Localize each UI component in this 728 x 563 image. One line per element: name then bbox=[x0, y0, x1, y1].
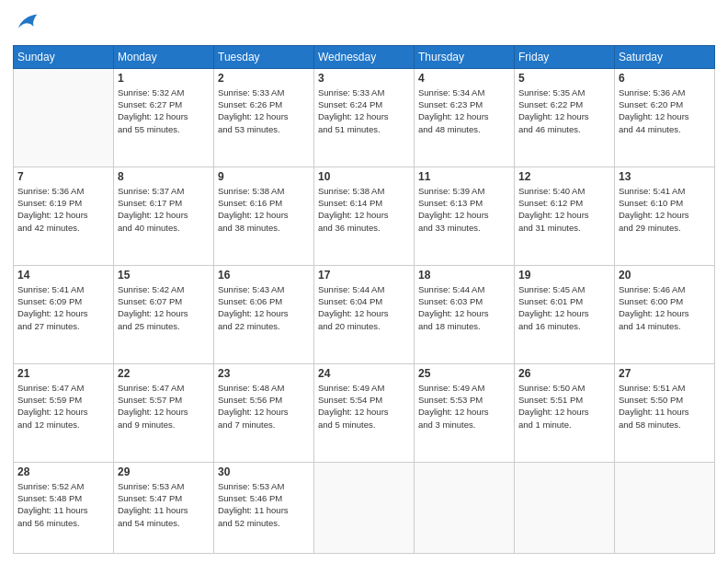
weekday-header-tuesday: Tuesday bbox=[214, 45, 314, 68]
weekday-header-saturday: Saturday bbox=[615, 45, 715, 68]
weekday-header-monday: Monday bbox=[114, 45, 214, 68]
day-info: Sunrise: 5:33 AM Sunset: 6:24 PM Dayligh… bbox=[318, 86, 410, 135]
calendar-cell: 4Sunrise: 5:34 AM Sunset: 6:23 PM Daylig… bbox=[415, 68, 515, 167]
calendar-cell: 5Sunrise: 5:35 AM Sunset: 6:22 PM Daylig… bbox=[515, 68, 615, 167]
day-number: 29 bbox=[118, 465, 210, 478]
day-info: Sunrise: 5:32 AM Sunset: 6:27 PM Dayligh… bbox=[118, 86, 210, 135]
day-number: 5 bbox=[518, 72, 610, 85]
day-number: 20 bbox=[619, 269, 711, 282]
calendar-cell: 29Sunrise: 5:53 AM Sunset: 5:47 PM Dayli… bbox=[114, 462, 214, 553]
weekday-header-sunday: Sunday bbox=[14, 45, 114, 68]
day-info: Sunrise: 5:49 AM Sunset: 5:53 PM Dayligh… bbox=[418, 382, 510, 431]
day-info: Sunrise: 5:47 AM Sunset: 5:59 PM Dayligh… bbox=[17, 382, 109, 431]
day-info: Sunrise: 5:42 AM Sunset: 6:07 PM Dayligh… bbox=[118, 283, 210, 332]
day-number: 17 bbox=[318, 269, 410, 282]
day-info: Sunrise: 5:53 AM Sunset: 5:47 PM Dayligh… bbox=[118, 480, 210, 529]
day-info: Sunrise: 5:34 AM Sunset: 6:23 PM Dayligh… bbox=[418, 86, 510, 135]
weekday-header-wednesday: Wednesday bbox=[314, 45, 415, 68]
weekday-header-thursday: Thursday bbox=[415, 45, 515, 68]
day-number: 27 bbox=[619, 367, 711, 380]
calendar-page: SundayMondayTuesdayWednesdayThursdayFrid… bbox=[0, 0, 728, 563]
day-info: Sunrise: 5:52 AM Sunset: 5:48 PM Dayligh… bbox=[17, 480, 109, 529]
calendar-cell: 13Sunrise: 5:41 AM Sunset: 6:10 PM Dayli… bbox=[615, 167, 715, 265]
calendar-cell bbox=[415, 462, 515, 553]
calendar-cell: 15Sunrise: 5:42 AM Sunset: 6:07 PM Dayli… bbox=[114, 265, 214, 363]
day-number: 18 bbox=[418, 269, 510, 282]
day-info: Sunrise: 5:49 AM Sunset: 5:54 PM Dayligh… bbox=[318, 382, 410, 431]
day-number: 30 bbox=[218, 465, 310, 478]
day-info: Sunrise: 5:41 AM Sunset: 6:10 PM Dayligh… bbox=[619, 185, 711, 234]
calendar-cell: 27Sunrise: 5:51 AM Sunset: 5:50 PM Dayli… bbox=[615, 363, 715, 462]
calendar-cell bbox=[615, 462, 715, 553]
calendar-cell: 7Sunrise: 5:36 AM Sunset: 6:19 PM Daylig… bbox=[14, 167, 114, 265]
calendar-header-row: SundayMondayTuesdayWednesdayThursdayFrid… bbox=[14, 45, 715, 68]
day-info: Sunrise: 5:44 AM Sunset: 6:03 PM Dayligh… bbox=[418, 283, 510, 332]
calendar-cell: 24Sunrise: 5:49 AM Sunset: 5:54 PM Dayli… bbox=[314, 363, 415, 462]
logo bbox=[13, 13, 40, 40]
day-info: Sunrise: 5:36 AM Sunset: 6:20 PM Dayligh… bbox=[619, 86, 711, 135]
logo-text bbox=[13, 13, 40, 40]
day-info: Sunrise: 5:33 AM Sunset: 6:26 PM Dayligh… bbox=[218, 86, 310, 135]
day-info: Sunrise: 5:35 AM Sunset: 6:22 PM Dayligh… bbox=[518, 86, 610, 135]
header bbox=[13, 9, 715, 40]
day-info: Sunrise: 5:46 AM Sunset: 6:00 PM Dayligh… bbox=[619, 283, 711, 332]
day-info: Sunrise: 5:37 AM Sunset: 6:17 PM Dayligh… bbox=[118, 185, 210, 234]
calendar-table: SundayMondayTuesdayWednesdayThursdayFrid… bbox=[13, 45, 715, 554]
day-info: Sunrise: 5:40 AM Sunset: 6:12 PM Dayligh… bbox=[518, 185, 610, 234]
day-number: 2 bbox=[218, 72, 310, 85]
day-number: 8 bbox=[118, 170, 210, 183]
calendar-cell bbox=[14, 68, 114, 167]
day-number: 25 bbox=[418, 367, 510, 380]
day-number: 24 bbox=[318, 367, 410, 380]
calendar-cell: 11Sunrise: 5:39 AM Sunset: 6:13 PM Dayli… bbox=[415, 167, 515, 265]
calendar-cell: 26Sunrise: 5:50 AM Sunset: 5:51 PM Dayli… bbox=[515, 363, 615, 462]
calendar-cell: 18Sunrise: 5:44 AM Sunset: 6:03 PM Dayli… bbox=[415, 265, 515, 363]
day-info: Sunrise: 5:36 AM Sunset: 6:19 PM Dayligh… bbox=[17, 185, 109, 234]
calendar-cell: 9Sunrise: 5:38 AM Sunset: 6:16 PM Daylig… bbox=[214, 167, 314, 265]
calendar-cell: 3Sunrise: 5:33 AM Sunset: 6:24 PM Daylig… bbox=[314, 68, 415, 167]
weekday-header-friday: Friday bbox=[515, 45, 615, 68]
day-number: 28 bbox=[17, 465, 109, 478]
day-number: 19 bbox=[518, 269, 610, 282]
day-number: 21 bbox=[17, 367, 109, 380]
day-number: 16 bbox=[218, 269, 310, 282]
day-info: Sunrise: 5:53 AM Sunset: 5:46 PM Dayligh… bbox=[218, 480, 310, 529]
day-number: 9 bbox=[218, 170, 310, 183]
calendar-cell: 2Sunrise: 5:33 AM Sunset: 6:26 PM Daylig… bbox=[214, 68, 314, 167]
calendar-cell: 20Sunrise: 5:46 AM Sunset: 6:00 PM Dayli… bbox=[615, 265, 715, 363]
day-info: Sunrise: 5:51 AM Sunset: 5:50 PM Dayligh… bbox=[619, 382, 711, 431]
calendar-cell: 28Sunrise: 5:52 AM Sunset: 5:48 PM Dayli… bbox=[14, 462, 114, 553]
day-number: 12 bbox=[518, 170, 610, 183]
day-info: Sunrise: 5:45 AM Sunset: 6:01 PM Dayligh… bbox=[518, 283, 610, 332]
calendar-cell: 23Sunrise: 5:48 AM Sunset: 5:56 PM Dayli… bbox=[214, 363, 314, 462]
calendar-cell: 21Sunrise: 5:47 AM Sunset: 5:59 PM Dayli… bbox=[14, 363, 114, 462]
day-info: Sunrise: 5:39 AM Sunset: 6:13 PM Dayligh… bbox=[418, 185, 510, 234]
calendar-cell: 19Sunrise: 5:45 AM Sunset: 6:01 PM Dayli… bbox=[515, 265, 615, 363]
logo-bird-icon bbox=[15, 9, 40, 35]
day-number: 14 bbox=[17, 269, 109, 282]
day-number: 15 bbox=[118, 269, 210, 282]
day-number: 7 bbox=[17, 170, 109, 183]
day-info: Sunrise: 5:38 AM Sunset: 6:14 PM Dayligh… bbox=[318, 185, 410, 234]
calendar-cell bbox=[314, 462, 415, 553]
calendar-cell bbox=[515, 462, 615, 553]
calendar-cell: 22Sunrise: 5:47 AM Sunset: 5:57 PM Dayli… bbox=[114, 363, 214, 462]
day-number: 4 bbox=[418, 72, 510, 85]
day-number: 23 bbox=[218, 367, 310, 380]
day-number: 6 bbox=[619, 72, 711, 85]
day-number: 11 bbox=[418, 170, 510, 183]
day-number: 22 bbox=[118, 367, 210, 380]
day-info: Sunrise: 5:41 AM Sunset: 6:09 PM Dayligh… bbox=[17, 283, 109, 332]
calendar-cell: 25Sunrise: 5:49 AM Sunset: 5:53 PM Dayli… bbox=[415, 363, 515, 462]
calendar-cell: 30Sunrise: 5:53 AM Sunset: 5:46 PM Dayli… bbox=[214, 462, 314, 553]
day-number: 10 bbox=[318, 170, 410, 183]
day-info: Sunrise: 5:38 AM Sunset: 6:16 PM Dayligh… bbox=[218, 185, 310, 234]
calendar-cell: 6Sunrise: 5:36 AM Sunset: 6:20 PM Daylig… bbox=[615, 68, 715, 167]
calendar-cell: 17Sunrise: 5:44 AM Sunset: 6:04 PM Dayli… bbox=[314, 265, 415, 363]
day-info: Sunrise: 5:44 AM Sunset: 6:04 PM Dayligh… bbox=[318, 283, 410, 332]
calendar-cell: 1Sunrise: 5:32 AM Sunset: 6:27 PM Daylig… bbox=[114, 68, 214, 167]
calendar-cell: 16Sunrise: 5:43 AM Sunset: 6:06 PM Dayli… bbox=[214, 265, 314, 363]
day-info: Sunrise: 5:48 AM Sunset: 5:56 PM Dayligh… bbox=[218, 382, 310, 431]
calendar-cell: 10Sunrise: 5:38 AM Sunset: 6:14 PM Dayli… bbox=[314, 167, 415, 265]
day-number: 1 bbox=[118, 72, 210, 85]
